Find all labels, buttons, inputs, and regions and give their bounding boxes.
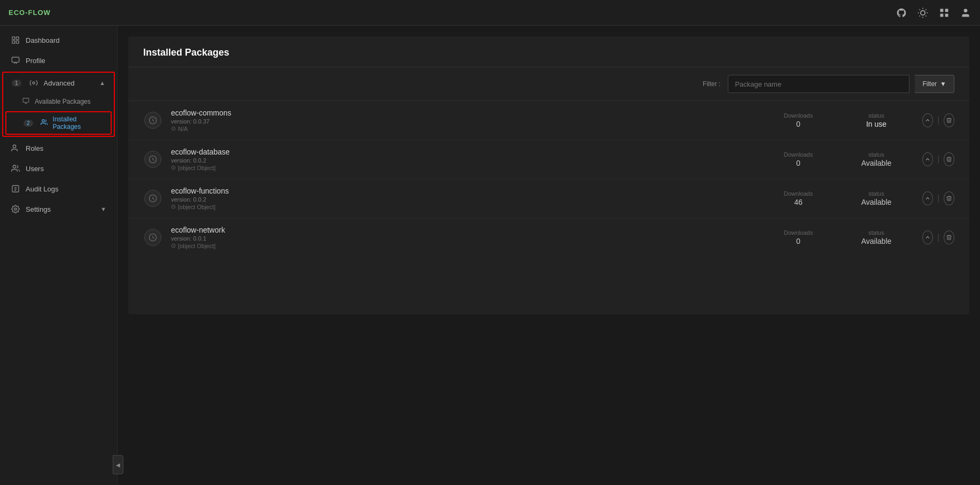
svg-line-4	[925, 16, 926, 16]
filter-label: Filter :	[703, 80, 720, 88]
package-downloads: Downloads 0	[766, 229, 830, 245]
package-icon	[144, 151, 161, 168]
package-info: ecoflow-functions version: 0.0.2 ⊙ [obje…	[171, 187, 758, 210]
sidebar-roles-label: Roles	[26, 144, 106, 152]
sidebar-item-roles[interactable]: Roles	[0, 138, 117, 158]
topbar: ECO-FLOW	[0, 0, 980, 26]
svg-point-24	[13, 145, 15, 148]
downloads-label: Downloads	[766, 190, 830, 197]
update-button[interactable]	[922, 152, 933, 166]
update-button[interactable]	[922, 113, 933, 127]
package-icon	[144, 112, 161, 129]
status-value: Available	[839, 237, 914, 245]
sun-icon[interactable]	[917, 7, 929, 19]
sidebar-item-users[interactable]: Users	[0, 158, 117, 179]
status-value: Available	[839, 159, 914, 167]
delete-button[interactable]	[944, 230, 954, 244]
sidebar-dashboard-label: Dashboard	[26, 36, 106, 44]
package-row: ecoflow-commons version: 0.0.37 ⊙ N/A Do…	[128, 101, 969, 140]
downloads-label: Downloads	[766, 229, 830, 236]
advanced-chevron-icon: ▲	[99, 80, 105, 86]
filter-input[interactable]	[735, 80, 903, 88]
package-author: ⊙ [object Object]	[171, 242, 758, 249]
main-layout: Dashboard Profile 1 Advanced ▲	[0, 26, 980, 485]
package-version: version: 0.0.2	[171, 196, 758, 203]
package-icon-col	[143, 190, 162, 207]
package-name: ecoflow-database	[171, 148, 758, 156]
grid-icon[interactable]	[938, 7, 950, 19]
package-version: version: 0.0.37	[171, 118, 758, 125]
downloads-value: 0	[766, 159, 830, 167]
sidebar-item-available-packages[interactable]: Available Packages	[3, 93, 114, 110]
filter-input-wrap	[728, 75, 909, 93]
author-icon: ⊙	[171, 203, 176, 210]
delete-button[interactable]	[944, 191, 954, 205]
sidebar-item-advanced[interactable]: 1 Advanced ▲	[3, 73, 114, 93]
package-author: ⊙ N/A	[171, 125, 758, 132]
downloads-value: 0	[766, 120, 830, 128]
package-actions: |	[922, 191, 954, 205]
content-area: Installed Packages Filter : Filter ▼	[118, 26, 980, 485]
package-actions: |	[922, 113, 954, 127]
sidebar-settings-label: Settings	[26, 205, 95, 213]
package-author: ⊙ [object Object]	[171, 203, 758, 210]
app-logo: ECO-FLOW	[9, 9, 51, 17]
sidebar-audit-logs-label: Audit Logs	[26, 185, 106, 193]
sidebar: Dashboard Profile 1 Advanced ▲	[0, 26, 118, 485]
downloads-value: 46	[766, 198, 830, 206]
package-icon	[144, 190, 161, 207]
delete-button[interactable]	[944, 152, 954, 166]
user-icon[interactable]	[960, 7, 971, 19]
available-packages-icon	[22, 97, 29, 106]
update-button[interactable]	[922, 191, 933, 205]
svg-rect-18	[12, 57, 19, 62]
svg-line-3	[920, 9, 920, 10]
content-inner: Installed Packages Filter : Filter ▼	[128, 36, 969, 314]
sidebar-collapse-button[interactable]: ◀	[113, 455, 123, 474]
sidebar-users-label: Users	[26, 165, 106, 173]
svg-point-25	[13, 165, 15, 168]
sidebar-profile-label: Profile	[26, 57, 106, 65]
package-info: ecoflow-commons version: 0.0.37 ⊙ N/A	[171, 109, 758, 132]
downloads-label: Downloads	[766, 112, 830, 119]
sidebar-item-profile[interactable]: Profile	[0, 50, 117, 71]
topbar-icons	[896, 7, 971, 19]
github-icon[interactable]	[896, 7, 907, 19]
update-button[interactable]	[922, 230, 933, 244]
sidebar-advanced-group: 1 Advanced ▲ Available Packages	[2, 72, 115, 137]
downloads-label: Downloads	[766, 151, 830, 158]
svg-rect-20	[23, 98, 29, 103]
svg-point-30	[14, 208, 17, 210]
svg-rect-15	[16, 37, 19, 40]
svg-rect-10	[945, 9, 948, 12]
filter-button[interactable]: Filter ▼	[915, 75, 954, 93]
svg-point-13	[964, 9, 968, 12]
package-status: status Available	[839, 229, 914, 245]
package-icon	[144, 229, 161, 246]
settings-icon	[11, 204, 20, 214]
svg-point-23	[42, 120, 44, 122]
sidebar-item-settings[interactable]: Settings ▼	[0, 199, 117, 219]
action-divider: |	[937, 194, 939, 203]
status-label: status	[839, 112, 914, 119]
author-icon: ⊙	[171, 164, 176, 171]
svg-line-8	[925, 9, 926, 10]
downloads-value: 0	[766, 237, 830, 245]
status-value: Available	[839, 198, 914, 206]
svg-point-19	[33, 82, 35, 84]
package-actions: |	[922, 230, 954, 244]
package-version: version: 0.0.2	[171, 157, 758, 164]
installed-badge: 2	[24, 120, 33, 127]
sidebar-item-audit-logs[interactable]: Audit Logs	[0, 179, 117, 199]
package-row: ecoflow-functions version: 0.0.2 ⊙ [obje…	[128, 179, 969, 218]
package-info: ecoflow-network version: 0.0.1 ⊙ [object…	[171, 226, 758, 249]
package-status: status In use	[839, 112, 914, 128]
sidebar-item-dashboard[interactable]: Dashboard	[0, 30, 117, 50]
advanced-badge: 1	[12, 80, 21, 87]
advanced-children: Available Packages 2 Installed Packages	[3, 93, 114, 135]
package-downloads: Downloads 46	[766, 190, 830, 206]
filter-chevron-icon: ▼	[940, 80, 946, 88]
delete-button[interactable]	[944, 113, 954, 127]
svg-rect-17	[16, 41, 19, 43]
sidebar-item-installed-packages[interactable]: 2 Installed Packages	[5, 111, 112, 135]
